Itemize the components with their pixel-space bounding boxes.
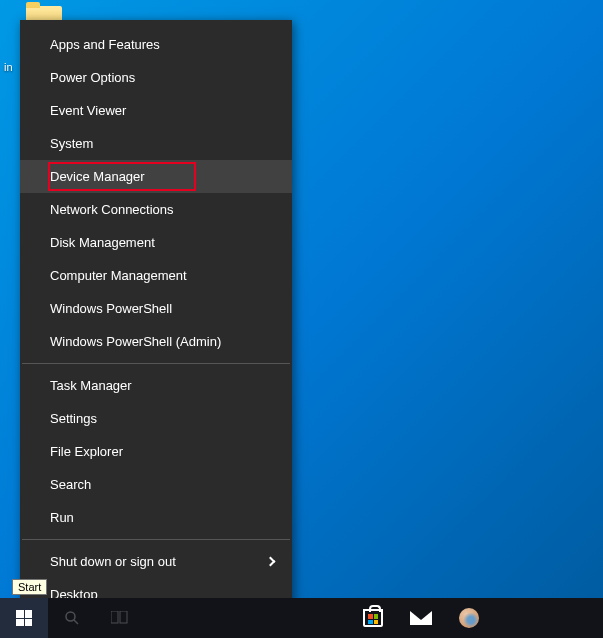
- menu-label: System: [50, 136, 93, 151]
- search-icon: [64, 610, 80, 626]
- menu-label: Apps and Features: [50, 37, 160, 52]
- menu-item-power-options[interactable]: Power Options: [20, 61, 292, 94]
- svg-rect-3: [120, 611, 127, 623]
- menu-label: Computer Management: [50, 268, 187, 283]
- menu-item-event-viewer[interactable]: Event Viewer: [20, 94, 292, 127]
- taskbar-task-view-button[interactable]: [96, 598, 144, 638]
- svg-point-0: [66, 612, 75, 621]
- chevron-right-icon: [266, 557, 276, 567]
- menu-label: Power Options: [50, 70, 135, 85]
- menu-label: Settings: [50, 411, 97, 426]
- menu-item-device-manager[interactable]: Device Manager: [20, 160, 292, 193]
- menu-label: Device Manager: [50, 169, 145, 184]
- menu-item-disk-management[interactable]: Disk Management: [20, 226, 292, 259]
- menu-separator: [22, 363, 290, 364]
- menu-item-file-explorer[interactable]: File Explorer: [20, 435, 292, 468]
- menu-label: Event Viewer: [50, 103, 126, 118]
- mail-icon: [410, 611, 432, 625]
- start-tooltip: Start: [12, 579, 47, 595]
- svg-rect-2: [111, 611, 118, 623]
- menu-item-computer-management[interactable]: Computer Management: [20, 259, 292, 292]
- taskbar-search-button[interactable]: [48, 598, 96, 638]
- menu-item-task-manager[interactable]: Task Manager: [20, 369, 292, 402]
- menu-item-windows-powershell-admin[interactable]: Windows PowerShell (Admin): [20, 325, 292, 358]
- task-view-icon: [111, 611, 129, 625]
- store-icon: [363, 609, 383, 627]
- menu-item-shut-down-or-sign-out[interactable]: Shut down or sign out: [20, 545, 292, 578]
- menu-label: Shut down or sign out: [50, 554, 176, 569]
- menu-label: File Explorer: [50, 444, 123, 459]
- taskbar-people-button[interactable]: [445, 598, 493, 638]
- winx-context-menu: Apps and Features Power Options Event Vi…: [20, 20, 292, 619]
- menu-item-run[interactable]: Run: [20, 501, 292, 534]
- menu-label: Windows PowerShell (Admin): [50, 334, 221, 349]
- menu-label: Task Manager: [50, 378, 132, 393]
- menu-item-system[interactable]: System: [20, 127, 292, 160]
- taskbar-mail-button[interactable]: [397, 598, 445, 638]
- menu-label: Windows PowerShell: [50, 301, 172, 316]
- menu-label: Search: [50, 477, 91, 492]
- desktop-icon-label-fragment: in: [4, 61, 13, 73]
- windows-logo-icon: [16, 610, 32, 626]
- start-button[interactable]: [0, 598, 48, 638]
- menu-label: Network Connections: [50, 202, 174, 217]
- menu-item-search[interactable]: Search: [20, 468, 292, 501]
- menu-item-network-connections[interactable]: Network Connections: [20, 193, 292, 226]
- taskbar-store-button[interactable]: [349, 598, 397, 638]
- taskbar: [0, 598, 603, 638]
- menu-item-apps-and-features[interactable]: Apps and Features: [20, 28, 292, 61]
- menu-item-settings[interactable]: Settings: [20, 402, 292, 435]
- menu-separator: [22, 539, 290, 540]
- menu-label: Disk Management: [50, 235, 155, 250]
- people-icon: [459, 608, 479, 628]
- svg-line-1: [74, 620, 78, 624]
- menu-label: Run: [50, 510, 74, 525]
- menu-item-windows-powershell[interactable]: Windows PowerShell: [20, 292, 292, 325]
